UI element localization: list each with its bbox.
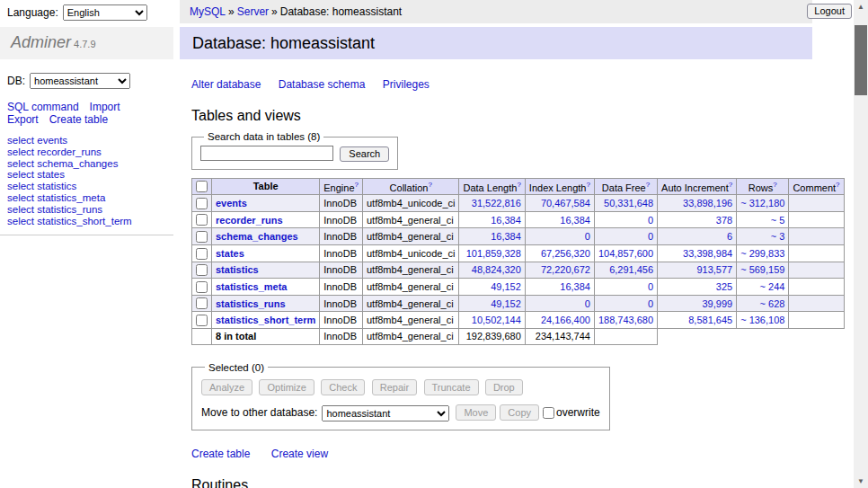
rows-count-link[interactable]: ~ 3 [771, 231, 785, 242]
index-length-value[interactable]: 0 [585, 298, 590, 309]
comment-help-link[interactable]: ? [836, 181, 839, 189]
breadcrumb-driver-link[interactable]: MySQL [190, 5, 226, 18]
sidebar-item-select-statistics[interactable]: select statistics [7, 181, 173, 192]
row-checkbox[interactable] [196, 231, 208, 243]
data-free-value[interactable]: 0 [648, 215, 653, 226]
truncate-button[interactable]: Truncate [424, 379, 479, 395]
auto-increment-value[interactable]: 33,398,984 [683, 248, 732, 259]
index-length-value[interactable]: 0 [585, 231, 590, 242]
table-name-link[interactable]: statistics [216, 264, 259, 275]
move-button[interactable]: Move [456, 404, 496, 421]
data-length-value[interactable]: 31,522,816 [472, 198, 521, 209]
table-name-link[interactable]: schema_changes [216, 231, 298, 242]
index-length-value[interactable]: 72,220,672 [541, 264, 590, 275]
table-name-link[interactable]: statistics_meta [216, 281, 288, 292]
row-checkbox[interactable] [196, 248, 208, 260]
select-all-checkbox[interactable] [196, 181, 208, 192]
scroll-up-icon[interactable]: ▲ [854, 0, 868, 13]
drop-button[interactable]: Drop [485, 379, 523, 395]
data-length-value[interactable]: 49,152 [491, 281, 521, 292]
data-length-value[interactable]: 10,502,144 [472, 315, 521, 325]
rows-count-link[interactable]: ~ 628 [760, 298, 785, 309]
data-free-value[interactable]: 50,331,648 [604, 198, 653, 209]
index-length-value[interactable]: 70,467,584 [541, 198, 590, 209]
sidebar-export-link[interactable]: Export [7, 113, 39, 126]
auto-increment-value[interactable]: 378 [716, 215, 732, 226]
index-length-help-link[interactable]: ? [586, 181, 589, 189]
sidebar-item-select-recorder-runs[interactable]: select recorder_runs [7, 146, 173, 158]
row-checkbox[interactable] [196, 281, 208, 293]
adminer-version-link[interactable]: 4.7.9 [74, 39, 95, 49]
data-free-value[interactable]: 0 [648, 281, 653, 292]
adminer-logo-link[interactable]: Adminer [11, 33, 71, 51]
create-table-link[interactable]: Create table [191, 448, 250, 460]
table-name-link[interactable]: recorder_runs [216, 215, 283, 226]
auto-increment-value[interactable]: 8,581,645 [688, 315, 732, 325]
index-length-value[interactable]: 16,384 [560, 215, 590, 226]
search-input[interactable] [200, 146, 333, 161]
auto-increment-value[interactable]: 325 [716, 281, 732, 292]
scroll-down-icon[interactable]: ▼ [854, 475, 868, 488]
db-select[interactable]: homeassistant [30, 73, 130, 89]
data-length-value[interactable]: 101,859,328 [466, 248, 521, 259]
table-name-link[interactable]: statistics_short_term [216, 315, 315, 325]
index-length-value[interactable]: 24,166,400 [541, 315, 590, 325]
engine-help-link[interactable]: ? [355, 181, 359, 189]
scrollbar-thumb[interactable] [855, 25, 867, 95]
create-view-link[interactable]: Create view [271, 448, 328, 460]
sidebar-sql-command-link[interactable]: SQL command [7, 101, 79, 113]
data-length-value[interactable]: 16,384 [491, 231, 521, 242]
rows-count-link[interactable]: ~ 136,108 [740, 315, 784, 325]
sidebar-item-select-events[interactable]: select events [7, 135, 173, 146]
auto-increment-value[interactable]: 913,577 [696, 264, 732, 275]
row-checkbox[interactable] [196, 214, 208, 226]
auto-increment-help-link[interactable]: ? [729, 181, 732, 189]
optimize-button[interactable]: Optimize [259, 379, 314, 395]
language-select[interactable]: English [63, 4, 147, 21]
sidebar-item-select-states[interactable]: select states [7, 169, 173, 181]
sidebar-create-table-link[interactable]: Create table [49, 113, 108, 126]
data-free-value[interactable]: 0 [648, 231, 653, 242]
data-length-value[interactable]: 16,384 [491, 215, 521, 226]
search-button[interactable]: Search [340, 146, 389, 162]
table-name-link[interactable]: events [216, 198, 247, 209]
data-length-help-link[interactable]: ? [517, 181, 520, 189]
breadcrumb-server-link[interactable]: Server [237, 5, 269, 18]
index-length-value[interactable]: 16,384 [560, 281, 590, 292]
logout-button[interactable]: Logout [807, 4, 852, 19]
analyze-button[interactable]: Analyze [201, 379, 252, 395]
auto-increment-value[interactable]: 33,898,196 [683, 198, 732, 209]
row-checkbox[interactable] [196, 315, 208, 326]
sidebar-item-select-statistics-meta[interactable]: select statistics_meta [7, 192, 173, 204]
collation-help-link[interactable]: ? [428, 181, 431, 189]
table-name-link[interactable]: states [216, 248, 244, 259]
row-checkbox[interactable] [196, 297, 208, 309]
vertical-scrollbar[interactable]: ▲ ▼ [854, 0, 868, 488]
rows-count-link[interactable]: ~ 312,180 [740, 198, 784, 209]
sidebar-import-link[interactable]: Import [90, 101, 120, 113]
data-free-help-link[interactable]: ? [646, 181, 650, 189]
data-length-value[interactable]: 48,824,320 [472, 264, 521, 275]
copy-button[interactable]: Copy [500, 404, 539, 421]
rows-help-link[interactable]: ? [773, 181, 776, 189]
data-free-value[interactable]: 0 [648, 298, 653, 309]
privileges-link[interactable]: Privileges [383, 78, 430, 91]
row-checkbox[interactable] [196, 264, 208, 276]
check-button[interactable]: Check [321, 379, 365, 395]
overwrite-checkbox[interactable] [543, 407, 554, 419]
move-database-select[interactable]: homeassistant [322, 405, 449, 421]
auto-increment-value[interactable]: 39,999 [703, 298, 733, 309]
data-free-value[interactable]: 188,743,680 [598, 315, 653, 325]
rows-count-link[interactable]: ~ 5 [771, 215, 785, 226]
rows-count-link[interactable]: ~ 569,159 [740, 264, 784, 275]
alter-database-link[interactable]: Alter database [191, 78, 261, 91]
sidebar-item-select-statistics-runs[interactable]: select statistics_runs [7, 204, 173, 216]
row-checkbox[interactable] [196, 198, 208, 209]
data-free-value[interactable]: 6,291,456 [609, 264, 653, 275]
sidebar-item-select-schema-changes[interactable]: select schema_changes [7, 158, 173, 170]
database-schema-link[interactable]: Database schema [279, 78, 366, 91]
index-length-value[interactable]: 67,256,320 [541, 248, 590, 259]
repair-button[interactable]: Repair [372, 379, 417, 395]
data-free-value[interactable]: 104,857,600 [598, 248, 653, 259]
data-length-value[interactable]: 49,152 [491, 298, 521, 309]
